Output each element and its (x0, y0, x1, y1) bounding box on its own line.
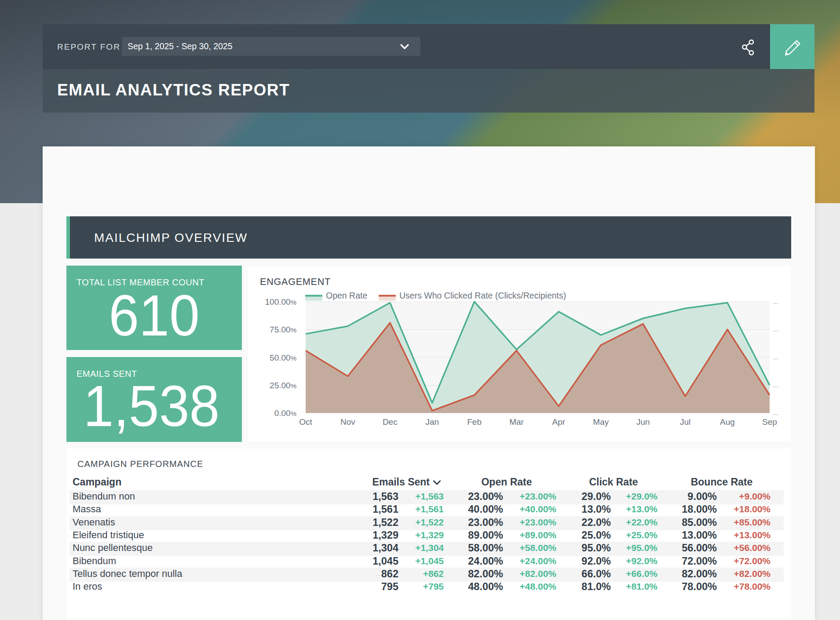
svg-text:0.00%: 0.00% (274, 408, 296, 418)
svg-text:Nov: Nov (340, 417, 355, 427)
svg-text:Sep: Sep (762, 417, 777, 427)
svg-text:...: ... (773, 409, 778, 416)
svg-text:Feb: Feb (467, 417, 482, 427)
svg-text:25.00%: 25.00% (270, 381, 296, 390)
svg-text:Jun: Jun (636, 417, 650, 427)
svg-text:...: ... (773, 381, 778, 389)
svg-text:...: ... (773, 325, 778, 333)
svg-text:Mar: Mar (509, 417, 524, 427)
svg-text:Dec: Dec (383, 417, 398, 427)
svg-text:50.00%: 50.00% (270, 353, 296, 362)
svg-text:Open Rate: Open Rate (326, 291, 367, 300)
svg-text:75.00%: 75.00% (270, 325, 296, 334)
svg-text:...: ... (773, 353, 778, 361)
svg-text:Jul: Jul (680, 417, 690, 427)
svg-text:100.00%: 100.00% (265, 297, 296, 306)
svg-text:Users Who Clicked Rate (Clicks: Users Who Clicked Rate (Clicks/Recipient… (399, 291, 566, 300)
svg-text:Apr: Apr (552, 417, 566, 427)
svg-text:May: May (593, 417, 609, 427)
svg-text:Jan: Jan (425, 417, 439, 427)
svg-text:Oct: Oct (299, 417, 312, 427)
svg-text:Aug: Aug (720, 417, 735, 427)
svg-text:...: ... (773, 298, 778, 305)
